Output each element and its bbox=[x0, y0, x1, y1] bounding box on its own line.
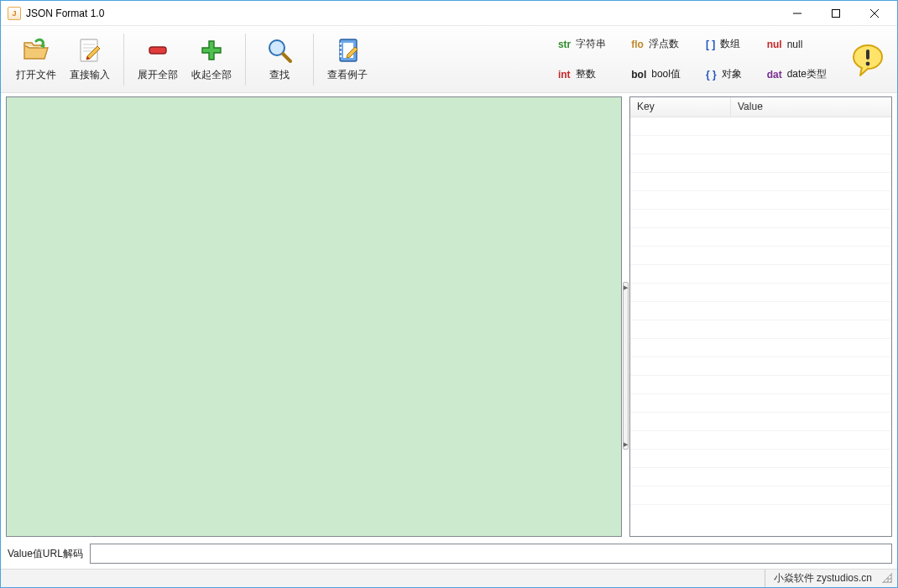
table-row[interactable] bbox=[630, 357, 891, 376]
main-area: ▶ ▶ Key Value bbox=[1, 93, 897, 540]
folder-open-icon bbox=[22, 36, 50, 65]
legend-item: datdate类型 bbox=[767, 65, 827, 85]
search-icon bbox=[265, 36, 294, 65]
maximize-button[interactable] bbox=[817, 1, 855, 26]
kv-header-value[interactable]: Value bbox=[731, 97, 891, 117]
legend-item: { }对象 bbox=[706, 65, 742, 85]
table-row[interactable] bbox=[630, 413, 891, 431]
legend-text: 整数 bbox=[576, 67, 596, 81]
legend-item: int整数 bbox=[558, 65, 606, 85]
kv-header: Key Value bbox=[630, 97, 891, 117]
direct-input-label: 直接输入 bbox=[70, 68, 110, 82]
expand-all-button[interactable]: 展开全部 bbox=[131, 30, 185, 89]
legend-tag: dat bbox=[767, 69, 782, 81]
minus-icon bbox=[144, 36, 172, 65]
resize-grip-icon[interactable] bbox=[882, 573, 894, 585]
statusbar: 小焱软件 zystudios.cn bbox=[1, 569, 897, 587]
svg-rect-1 bbox=[833, 9, 840, 17]
table-row[interactable] bbox=[630, 191, 891, 210]
find-label: 查找 bbox=[269, 68, 290, 82]
table-row[interactable] bbox=[630, 247, 891, 265]
legend-text: 对象 bbox=[722, 67, 742, 81]
window-title: JSON Format 1.0 bbox=[26, 8, 104, 19]
legend-text: 浮点数 bbox=[649, 37, 679, 51]
app-icon: J bbox=[8, 7, 21, 20]
legend-item: nulnull bbox=[767, 34, 827, 55]
legend-tag: nul bbox=[767, 39, 782, 50]
legend-item: [ ]数组 bbox=[706, 34, 742, 55]
table-row[interactable] bbox=[630, 265, 891, 284]
table-row[interactable] bbox=[630, 117, 891, 136]
toolbar-separator bbox=[245, 34, 246, 86]
table-row[interactable] bbox=[630, 173, 891, 191]
svg-point-14 bbox=[340, 43, 342, 45]
legend-tag: bol bbox=[631, 69, 646, 81]
open-file-label: 打开文件 bbox=[16, 68, 56, 82]
table-row[interactable] bbox=[630, 468, 891, 487]
svg-point-16 bbox=[340, 51, 342, 54]
legend-tag: int bbox=[558, 69, 571, 81]
collapse-all-button[interactable]: 收起全部 bbox=[185, 30, 238, 89]
toolbar-separator bbox=[123, 34, 124, 86]
chevron-right-icon: ▶ bbox=[624, 284, 628, 290]
legend-item: str字符串 bbox=[558, 34, 606, 55]
legend-tag: flo bbox=[631, 39, 644, 50]
table-row[interactable] bbox=[630, 302, 891, 320]
chevron-right-icon: ▶ bbox=[624, 441, 628, 447]
json-tree-panel[interactable] bbox=[6, 96, 622, 537]
table-row[interactable] bbox=[630, 431, 891, 450]
examples-label: 查看例子 bbox=[327, 68, 368, 82]
table-row[interactable] bbox=[630, 154, 891, 173]
legend-tag: [ ] bbox=[706, 39, 715, 50]
collapse-all-label: 收起全部 bbox=[191, 68, 232, 82]
url-decode-row: Value值URL解码 bbox=[1, 540, 897, 569]
minimize-button[interactable] bbox=[778, 1, 817, 26]
url-decode-label: Value值URL解码 bbox=[6, 547, 85, 561]
table-row[interactable] bbox=[630, 376, 891, 394]
expand-all-label: 展开全部 bbox=[138, 68, 178, 82]
plus-icon bbox=[197, 36, 226, 65]
edit-paper-icon bbox=[76, 36, 104, 65]
table-row[interactable] bbox=[630, 284, 891, 302]
table-row[interactable] bbox=[630, 394, 891, 413]
close-button[interactable] bbox=[855, 1, 894, 26]
legend-text: date类型 bbox=[787, 67, 827, 81]
toolbar: 打开文件 直接输入 展开全部 收起全部 查找 bbox=[1, 26, 897, 93]
table-row[interactable] bbox=[630, 136, 891, 154]
type-legend: str字符串flo浮点数[ ]数组nulnullint整数bolbool值{ }… bbox=[558, 34, 892, 85]
table-row[interactable] bbox=[630, 487, 891, 505]
svg-rect-19 bbox=[866, 49, 869, 60]
kv-header-key[interactable]: Key bbox=[630, 97, 731, 117]
kv-body[interactable] bbox=[630, 117, 891, 536]
legend-tag: { } bbox=[706, 69, 717, 81]
status-text: 小焱软件 zystudios.cn bbox=[765, 570, 880, 587]
table-row[interactable] bbox=[630, 339, 891, 357]
direct-input-button[interactable]: 直接输入 bbox=[63, 30, 117, 89]
find-button[interactable]: 查找 bbox=[253, 30, 306, 89]
key-value-panel: Key Value bbox=[629, 96, 892, 537]
table-row[interactable] bbox=[630, 210, 891, 228]
url-decode-input[interactable] bbox=[90, 544, 892, 564]
legend-text: 字符串 bbox=[576, 37, 606, 51]
svg-line-11 bbox=[283, 54, 290, 61]
legend-item: bolbool值 bbox=[631, 65, 681, 85]
legend-text: null bbox=[787, 39, 803, 50]
svg-point-15 bbox=[340, 47, 342, 49]
notebook-icon bbox=[333, 36, 362, 65]
open-file-button[interactable]: 打开文件 bbox=[9, 30, 63, 89]
toolbar-separator bbox=[313, 34, 314, 86]
svg-point-20 bbox=[866, 61, 870, 65]
legend-item: flo浮点数 bbox=[631, 34, 681, 55]
splitter[interactable]: ▶ ▶ bbox=[622, 96, 629, 537]
table-row[interactable] bbox=[630, 450, 891, 468]
about-button[interactable] bbox=[850, 42, 885, 77]
legend-tag: str bbox=[558, 39, 571, 50]
examples-button[interactable]: 查看例子 bbox=[321, 30, 374, 89]
exclamation-bubble-icon bbox=[850, 42, 885, 77]
splitter-grip[interactable]: ▶ ▶ bbox=[623, 282, 629, 450]
legend-text: bool值 bbox=[651, 67, 681, 81]
titlebar: J JSON Format 1.0 bbox=[1, 1, 897, 26]
table-row[interactable] bbox=[630, 228, 891, 247]
legend-text: 数组 bbox=[720, 37, 740, 51]
table-row[interactable] bbox=[630, 320, 891, 339]
